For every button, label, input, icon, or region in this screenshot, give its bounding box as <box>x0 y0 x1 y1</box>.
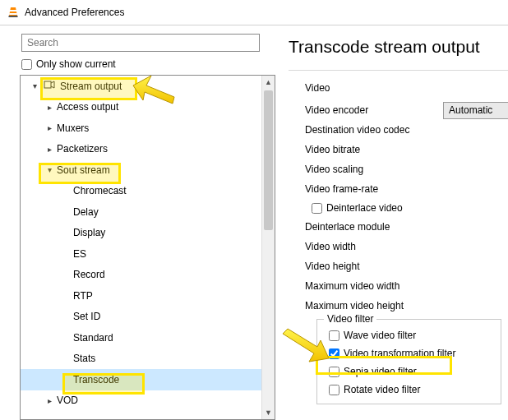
tree-label: Packetizers <box>55 143 108 155</box>
tree-label: Stats <box>72 353 95 364</box>
scaling-label: Video scaling <box>305 164 363 175</box>
filter-transform-checkbox[interactable] <box>329 348 339 359</box>
search-container <box>21 34 269 52</box>
tree-scrollbar[interactable]: ▲ ▼ <box>261 76 275 419</box>
only-show-current-label: Only show current <box>36 58 116 70</box>
tree-item-es[interactable]: ES <box>21 243 261 265</box>
deint-module-label: Deinterlace module <box>305 221 390 233</box>
tree-item-record[interactable]: Record <box>21 265 261 286</box>
tree-label: Record <box>72 269 105 280</box>
filter-transform-label: Video transformation filter <box>344 348 456 359</box>
filter-rotate-label: Rotate video filter <box>344 384 420 395</box>
tree-label: Chromecast <box>72 185 127 196</box>
tree-item-stats[interactable]: Stats <box>21 348 261 370</box>
tree-container: ▾ Stream output ▸ Access output ▸ Muxers <box>20 75 275 420</box>
bitrate-label: Video bitrate <box>305 144 360 155</box>
tree-label: Standard <box>72 332 113 344</box>
video-encoder-value: Automatic <box>449 104 492 116</box>
tree-label: Transcode <box>72 374 119 385</box>
tree-item-display[interactable]: Display <box>21 223 261 244</box>
tree-item-muxers[interactable]: ▸ Muxers <box>21 118 261 139</box>
scroll-thumb[interactable] <box>264 90 273 230</box>
tree-label: Delay <box>72 206 99 218</box>
filter-rotate-checkbox[interactable] <box>329 385 339 395</box>
filter-sepia-checkbox[interactable] <box>329 367 339 377</box>
svg-rect-3 <box>44 81 51 88</box>
tree-item-delay[interactable]: Delay <box>21 201 261 223</box>
filter-sepia-label: Sepia video filter <box>344 366 417 377</box>
deinterlace-checkbox[interactable] <box>312 203 322 214</box>
max-width-label: Maximum video width <box>305 280 399 292</box>
deinterlace-label: Deinterlace video <box>326 202 403 214</box>
vlc-icon <box>7 6 20 19</box>
tree-label: Access output <box>55 101 118 113</box>
tree-item-vod[interactable]: ▸ VOD <box>21 390 261 412</box>
tree-label: Display <box>72 227 105 238</box>
stream-output-icon <box>40 79 58 93</box>
tree-label: RTP <box>72 290 93 302</box>
tree-label: Stream output <box>58 81 122 92</box>
tree-item-packetizers[interactable]: ▸ Packetizers <box>21 139 261 160</box>
framerate-label: Video frame-rate <box>305 183 378 195</box>
tree-label: Set ID <box>72 311 100 322</box>
chevron-right-icon: ▸ <box>44 396 55 405</box>
panel-divider <box>289 70 508 71</box>
width-label: Video width <box>305 241 356 252</box>
only-show-current-checkbox[interactable] <box>21 59 32 70</box>
tree-label: ES <box>72 248 86 260</box>
chevron-down-icon: ▾ <box>29 81 40 90</box>
max-height-label: Maximum video height <box>305 300 404 312</box>
tree-item-stream-output[interactable]: ▾ Stream output <box>21 76 261 97</box>
chevron-right-icon: ▸ <box>44 145 55 154</box>
panel-title: Transcode stream output <box>289 37 508 57</box>
video-encoder-dropdown[interactable]: Automatic <box>443 102 508 119</box>
scroll-up-icon[interactable]: ▲ <box>262 76 275 89</box>
video-group-label: Video <box>305 82 508 94</box>
tree-item-access-output[interactable]: ▸ Access output <box>21 97 261 118</box>
chevron-right-icon: ▸ <box>44 103 55 112</box>
scroll-down-icon[interactable]: ▼ <box>262 406 275 419</box>
dest-codec-label: Destination video codec <box>305 124 409 136</box>
tree-label: Muxers <box>55 122 89 134</box>
tree-item-sout-stream[interactable]: ▾ Sout stream <box>21 159 261 181</box>
tree-item-transcode[interactable]: Transcode <box>21 369 261 390</box>
height-label: Video height <box>305 261 360 272</box>
video-filter-group: Video filter Wave video filter Video tra… <box>316 319 501 404</box>
video-encoder-label: Video encoder <box>305 104 443 116</box>
titlebar: Advanced Preferences <box>0 0 508 25</box>
window-title: Advanced Preferences <box>25 7 124 18</box>
svg-rect-1 <box>9 13 17 15</box>
chevron-down-icon: ▾ <box>44 165 55 174</box>
video-filter-legend: Video filter <box>324 313 376 325</box>
svg-rect-0 <box>10 10 16 12</box>
tree-item-set-id[interactable]: Set ID <box>21 307 261 328</box>
svg-rect-2 <box>9 16 18 17</box>
filter-wave-label: Wave video filter <box>344 330 416 341</box>
tree-item-rtp[interactable]: RTP <box>21 285 261 307</box>
tree-label: Sout stream <box>55 164 110 176</box>
chevron-right-icon: ▸ <box>44 123 55 132</box>
tree-item-chromecast[interactable]: Chromecast <box>21 181 261 202</box>
tree-item-standard[interactable]: Standard <box>21 327 261 348</box>
filter-wave-checkbox[interactable] <box>329 330 339 341</box>
tree-label: VOD <box>55 395 78 406</box>
search-input[interactable] <box>21 34 260 52</box>
